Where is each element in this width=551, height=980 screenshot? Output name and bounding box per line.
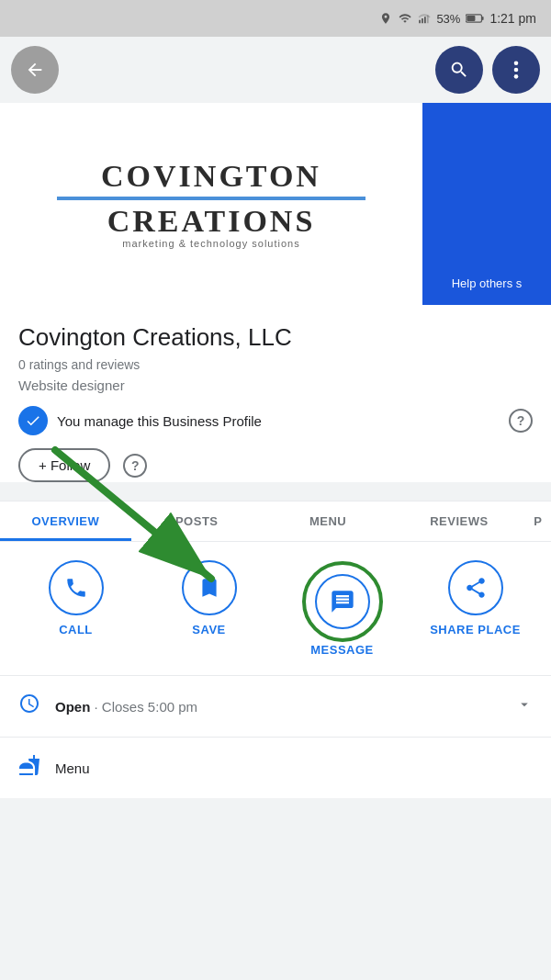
svg-rect-1 (422, 18, 423, 23)
svg-rect-0 (420, 20, 422, 24)
follow-row: + Follow ? (18, 448, 533, 482)
hours-row[interactable]: Open · Closes 5:00 pm (0, 676, 551, 738)
svg-point-8 (514, 68, 519, 73)
business-info-section: Covington Creations, LLC 0 ratings and r… (0, 305, 551, 482)
call-label: CALL (59, 623, 93, 636)
menu-row[interactable]: Menu (0, 738, 551, 798)
location-icon (379, 12, 392, 25)
checkmark-icon (25, 412, 41, 429)
header-actions (435, 46, 540, 94)
tab-posts[interactable]: POSTS (131, 501, 263, 541)
battery-icon (466, 13, 484, 24)
share-circle (448, 560, 503, 615)
logo-divider (57, 197, 365, 200)
managed-profile-row: You manage this Business Profile ? (18, 406, 533, 435)
tabs-bar: OVERVIEW POSTS MENU REVIEWS P (0, 501, 551, 542)
logo-title-line2: CREATIONS (107, 204, 316, 238)
hours-text: Open · Closes 5:00 pm (55, 699, 501, 715)
hours-detail: · Closes 5:00 pm (95, 699, 198, 715)
header-nav (0, 37, 551, 103)
more-icon (513, 60, 519, 80)
utensils-icon (18, 754, 40, 782)
svg-point-7 (514, 61, 519, 65)
follow-button[interactable]: + Follow (18, 448, 110, 482)
signal-icon (418, 12, 431, 25)
message-label: MESSAGE (310, 643, 374, 657)
actions-row: CALL SAVE MESSAGE SHARE PLACE (0, 542, 551, 676)
svg-rect-3 (427, 16, 429, 24)
verified-badge (18, 406, 48, 435)
tab-overview[interactable]: OVERVIEW (0, 501, 131, 541)
svg-point-9 (514, 74, 519, 79)
logo-section: COVINGTON CREATIONS marketing & technolo… (0, 103, 422, 305)
more-options-button[interactable] (492, 46, 540, 94)
managed-text: You manage this Business Profile (57, 413, 500, 429)
phone-icon (64, 576, 88, 600)
logo-title-line1: COVINGTON (101, 159, 321, 193)
ratings-text: 0 ratings and reviews (18, 357, 533, 372)
search-icon (449, 60, 469, 80)
status-icons: 53% 1:21 pm (379, 11, 536, 26)
bookmark-icon (197, 576, 221, 600)
search-button[interactable] (435, 46, 483, 94)
status-bar: 53% 1:21 pm (0, 0, 551, 37)
tab-more[interactable]: P (524, 501, 551, 541)
tab-menu[interactable]: MENU (263, 501, 394, 541)
share-label: SHARE PLACE (430, 623, 521, 636)
banner-blue-panel: Help others s (422, 103, 551, 305)
share-action[interactable]: SHARE PLACE (409, 560, 542, 657)
back-button[interactable] (11, 46, 59, 94)
business-category: Website designer (18, 377, 533, 393)
share-icon (464, 576, 488, 600)
svg-rect-2 (424, 17, 426, 23)
menu-text: Menu (55, 760, 90, 776)
help-button[interactable]: ? (509, 409, 533, 433)
clock-icon (18, 693, 40, 720)
save-action[interactable]: SAVE (142, 560, 276, 657)
message-highlight-ring (302, 561, 383, 642)
logo-subtitle: marketing & technology solutions (122, 238, 299, 249)
follow-help-button[interactable]: ? (123, 454, 147, 478)
message-action[interactable]: MESSAGE (276, 560, 409, 657)
hours-status: Open (55, 699, 90, 715)
save-circle (182, 560, 237, 615)
save-label: SAVE (192, 623, 225, 636)
wifi-icon (398, 12, 412, 25)
call-action[interactable]: CALL (9, 560, 142, 657)
svg-rect-6 (467, 16, 476, 21)
tab-reviews[interactable]: REVIEWS (393, 501, 524, 541)
svg-rect-5 (482, 17, 484, 20)
business-banner: COVINGTON CREATIONS marketing & technolo… (0, 103, 551, 305)
banner-helper-text: Help others s (452, 276, 523, 290)
battery-text: 53% (436, 12, 460, 26)
status-time: 1:21 pm (489, 11, 536, 26)
back-icon (25, 60, 45, 80)
follow-label: + Follow (39, 457, 90, 473)
hours-dropdown-icon[interactable] (516, 696, 533, 717)
business-name: Covington Creations, LLC (18, 323, 533, 352)
call-circle (49, 560, 104, 615)
